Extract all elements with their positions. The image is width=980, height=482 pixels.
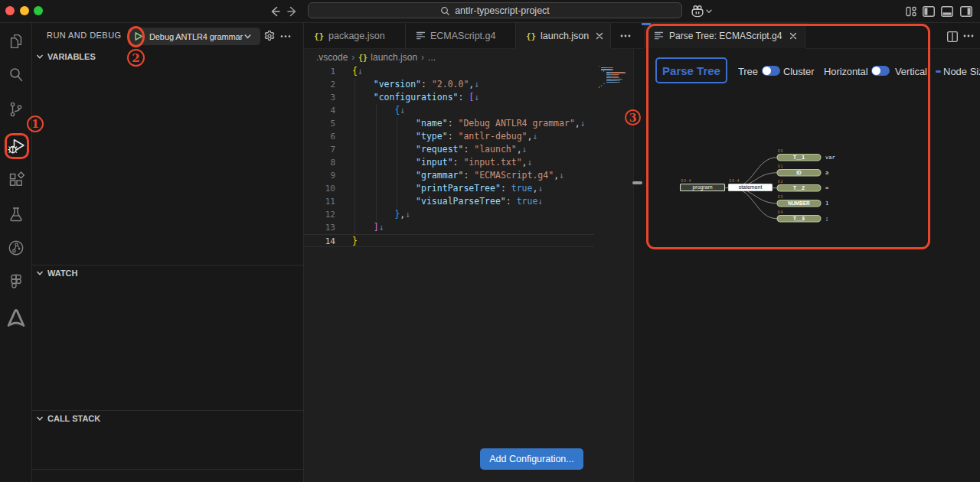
split-sash-handle[interactable]	[632, 181, 642, 184]
minimize-window-button[interactable]	[20, 6, 29, 15]
minimap-line	[618, 76, 619, 77]
debug-views-more-icon[interactable]	[276, 27, 295, 45]
maximize-window-button[interactable]	[34, 6, 43, 15]
code-text: "request": "launch",↓	[352, 143, 528, 156]
toggle-panel-icon[interactable]	[941, 6, 953, 17]
code-text: "grammar": "ECMAScript.g4",↓	[352, 169, 564, 182]
variables-section-header[interactable]: VARIABLES	[32, 48, 303, 65]
json-braces-icon: {}	[526, 31, 536, 41]
editor-group: {}package.jsonECMAScript.g4{}launch.json…	[303, 23, 634, 482]
source-control-icon[interactable]	[0, 96, 31, 122]
svg-text:{}: {}	[358, 54, 368, 62]
minimap-line	[601, 85, 602, 86]
horizontal-vertical-toggle[interactable]	[871, 66, 890, 76]
panel-more-actions-icon[interactable]	[962, 29, 975, 43]
code-line-14[interactable]: 14}	[304, 234, 594, 247]
code-line-4[interactable]: 4 {↓	[304, 104, 594, 117]
breadcrumbs[interactable]: .vscode › {} launch.json › ...	[316, 49, 436, 66]
toggle-knob	[872, 67, 880, 75]
code-text: },↓	[352, 208, 410, 221]
minimap-line	[606, 79, 612, 80]
figma-icon[interactable]	[0, 269, 31, 295]
line-number: 4	[304, 104, 335, 117]
search-icon	[440, 6, 450, 16]
forward-arrow-icon[interactable]	[286, 5, 299, 18]
parse-tree-tab[interactable]: Parse Tree: ECMAScript.g4	[644, 23, 805, 48]
code-line-3[interactable]: 3 "configurations": [↓	[304, 91, 594, 104]
chevron-down-icon	[35, 269, 44, 278]
code-line-8[interactable]: 8 "input": "input.txt",↓	[304, 156, 594, 169]
line-number: 3	[304, 91, 335, 104]
line-number: 5	[304, 117, 335, 130]
explorer-icon[interactable]	[0, 28, 31, 54]
tab-package.json[interactable]: {}package.json	[304, 23, 406, 48]
code-line-12[interactable]: 12 },↓	[304, 208, 594, 221]
code-line-1[interactable]: 1{↓	[304, 65, 594, 78]
close-icon[interactable]	[596, 32, 603, 40]
chevron-down-icon	[35, 414, 44, 423]
debug-start-icon[interactable]	[128, 28, 149, 45]
parse-tree-button[interactable]: Parse Tree	[655, 57, 727, 83]
code-line-11[interactable]: 11 "visualParseTree": true↓	[304, 195, 594, 208]
code-text: "configurations": [↓	[352, 91, 479, 104]
close-window-button[interactable]	[5, 6, 15, 15]
testing-icon[interactable]	[0, 201, 31, 227]
tab-label: package.json	[328, 31, 385, 41]
code-line-7[interactable]: 7 "request": "launch",↓	[304, 143, 594, 156]
minimap[interactable]	[594, 66, 633, 482]
json-braces-icon: {}	[314, 31, 324, 41]
code-line-9[interactable]: 9 "grammar": "ECMAScript.g4",↓	[304, 169, 594, 182]
line-number: 13	[304, 221, 335, 234]
indent-guide	[376, 104, 377, 221]
run-and-debug-icon[interactable]	[0, 132, 31, 158]
parse-tree-panel: Parse Tree: ECMAScript.g4 Parse Tree Tre…	[634, 23, 980, 482]
list-lines-icon	[416, 31, 426, 41]
breadcrumb-symbol[interactable]: ...	[428, 52, 436, 63]
extensions-icon[interactable]	[0, 167, 31, 193]
minimap-line	[611, 72, 625, 73]
tree-cluster-toggle[interactable]	[762, 66, 780, 76]
breadcrumb-file[interactable]: launch.json	[371, 52, 417, 63]
code-line-5[interactable]: 5 "name": "Debug ANTLR4 grammar",↓	[304, 117, 594, 130]
minimap-line	[611, 74, 619, 75]
customize-layout-icon[interactable]	[906, 6, 916, 17]
debug-config-dropdown[interactable]: Debug ANTLR4 grammar	[128, 28, 260, 45]
git-graph-icon[interactable]	[0, 235, 31, 261]
back-arrow-icon[interactable]	[268, 5, 282, 18]
minimap-line	[619, 77, 619, 78]
breadcrumb-folder[interactable]: .vscode	[316, 52, 348, 63]
toggle-secondary-sidebar-icon[interactable]	[960, 6, 972, 17]
add-configuration-button[interactable]: Add Configuration...	[480, 448, 583, 470]
line-number: 14	[304, 235, 335, 248]
tab-label: launch.json	[541, 31, 589, 41]
code-text: "visualParseTree": true↓	[352, 195, 543, 208]
tab-ECMAScript.g4[interactable]: ECMAScript.g4	[406, 23, 516, 48]
code-editor[interactable]: 1{↓2 "version": "2.0.0",↓3 "configuratio…	[304, 66, 594, 482]
code-line-6[interactable]: 6 "type": "antlr-debug",↓	[304, 130, 594, 143]
minimap-line	[599, 66, 599, 67]
search-view-icon[interactable]	[0, 62, 31, 88]
tab-launch.json[interactable]: {}launch.json	[516, 23, 611, 48]
toggle-primary-sidebar-icon[interactable]	[923, 6, 935, 17]
editor-actions-more-icon[interactable]	[619, 29, 632, 43]
code-line-13[interactable]: 13 ]↓	[304, 221, 594, 234]
search-input[interactable]: antlr-typescript-project	[308, 2, 682, 18]
minimap-line	[603, 70, 604, 71]
copilot-icon[interactable]	[691, 5, 704, 18]
minimap-line	[606, 76, 612, 77]
tab-label: ECMAScript.g4	[430, 31, 495, 41]
close-icon[interactable]	[789, 32, 797, 40]
tab-strip-border	[611, 48, 635, 49]
code-line-2[interactable]: 2 "version": "2.0.0",↓	[304, 78, 594, 91]
line-number: 7	[304, 143, 335, 156]
call-stack-section-header[interactable]: CALL STACK	[32, 410, 303, 427]
node-size-slider[interactable]	[936, 70, 941, 73]
watch-section-header[interactable]: WATCH	[32, 265, 303, 282]
run-and-debug-sidebar: RUN AND DEBUG Debug ANTLR4 grammar VARIA…	[32, 23, 303, 482]
split-editor-icon[interactable]	[947, 31, 958, 42]
copilot-chevron-down-icon[interactable]	[705, 8, 713, 15]
breadcrumb-separator: ›	[421, 52, 424, 63]
antlr-extension-icon[interactable]	[0, 305, 31, 331]
code-line-10[interactable]: 10 "printParseTree": true,↓	[304, 182, 594, 195]
code-text: "printParseTree": true,↓	[352, 182, 543, 195]
